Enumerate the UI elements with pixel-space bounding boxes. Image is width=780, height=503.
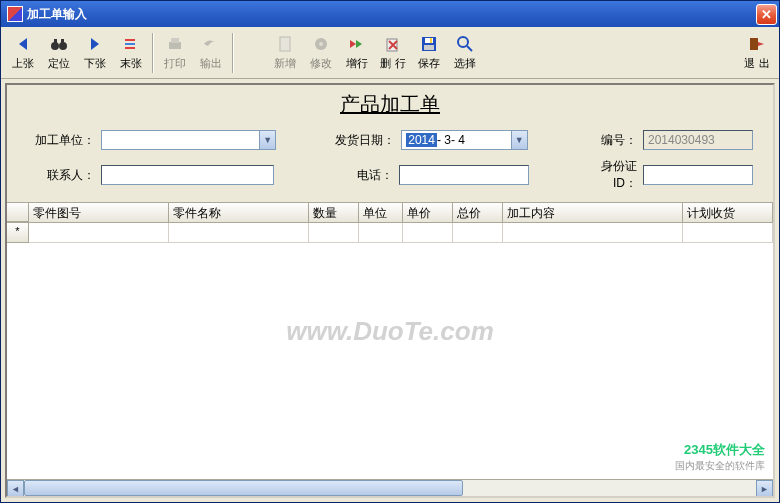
ship-date-label: 发货日期： bbox=[327, 132, 395, 149]
arrow-right-icon bbox=[85, 34, 105, 54]
svg-rect-15 bbox=[430, 38, 432, 43]
scroll-track[interactable] bbox=[24, 480, 756, 496]
phone-label: 电话： bbox=[325, 167, 393, 184]
col-header[interactable]: 单位 bbox=[359, 203, 403, 222]
serial-field bbox=[643, 130, 753, 150]
exit-button[interactable]: 退 出 bbox=[739, 31, 775, 75]
svg-point-11 bbox=[319, 42, 323, 46]
new-button: 新增 bbox=[267, 31, 303, 75]
document-icon bbox=[275, 34, 295, 54]
col-header[interactable]: 零件名称 bbox=[169, 203, 309, 222]
col-header[interactable]: 数量 bbox=[309, 203, 359, 222]
export-icon bbox=[201, 34, 221, 54]
svg-rect-6 bbox=[125, 47, 135, 49]
col-header[interactable]: 单价 bbox=[403, 203, 453, 222]
add-row-button[interactable]: 增行 bbox=[339, 31, 375, 75]
window-title: 加工单输入 bbox=[27, 6, 756, 23]
col-header[interactable]: 总价 bbox=[453, 203, 503, 222]
unit-combo[interactable]: ▼ bbox=[101, 130, 276, 150]
col-header[interactable]: 加工内容 bbox=[503, 203, 683, 222]
data-grid[interactable]: 零件图号 零件名称 数量 单位 单价 总价 加工内容 计划收货 * bbox=[7, 203, 773, 496]
grid-corner bbox=[7, 203, 29, 222]
edit-button: 修改 bbox=[303, 31, 339, 75]
add-row-icon bbox=[347, 34, 367, 54]
svg-line-18 bbox=[467, 46, 472, 51]
close-button[interactable]: ✕ bbox=[756, 4, 777, 25]
arrow-left-icon bbox=[13, 34, 33, 54]
chevron-down-icon: ▼ bbox=[511, 131, 527, 149]
svg-rect-3 bbox=[61, 39, 64, 44]
svg-point-17 bbox=[458, 37, 468, 47]
print-button: 打印 bbox=[157, 31, 193, 75]
toolbar-separator bbox=[232, 33, 234, 73]
form-title: 产品加工单 bbox=[7, 85, 773, 126]
exit-icon bbox=[747, 34, 767, 54]
select-button[interactable]: 选择 bbox=[447, 31, 483, 75]
scroll-left-button[interactable]: ◄ bbox=[7, 480, 24, 496]
lines-icon bbox=[121, 34, 141, 54]
locate-button[interactable]: 定位 bbox=[41, 31, 77, 75]
delete-row-icon bbox=[383, 34, 403, 54]
binoculars-icon bbox=[49, 34, 69, 54]
unit-label: 加工单位： bbox=[27, 132, 95, 149]
scroll-right-button[interactable]: ► bbox=[756, 480, 773, 496]
app-icon bbox=[7, 6, 23, 22]
row-marker: * bbox=[7, 223, 29, 243]
col-header[interactable]: 计划收货 bbox=[683, 203, 773, 222]
toolbar: 上张 定位 下张 末张 打印 输出 新增 修改 bbox=[1, 27, 779, 79]
chevron-down-icon: ▼ bbox=[259, 131, 275, 149]
grid-new-row[interactable]: * bbox=[7, 223, 773, 243]
svg-rect-7 bbox=[169, 42, 181, 49]
idcard-label: 身份证ID： bbox=[589, 158, 637, 192]
svg-rect-2 bbox=[54, 39, 57, 44]
last-button[interactable]: 末张 bbox=[113, 31, 149, 75]
horizontal-scrollbar[interactable]: ◄ ► bbox=[7, 479, 773, 496]
serial-label: 编号： bbox=[588, 132, 637, 149]
export-button: 输出 bbox=[193, 31, 229, 75]
contact-label: 联系人： bbox=[27, 167, 95, 184]
phone-field[interactable] bbox=[399, 165, 529, 185]
svg-rect-5 bbox=[125, 43, 135, 45]
col-header[interactable]: 零件图号 bbox=[29, 203, 169, 222]
toolbar-separator bbox=[152, 33, 154, 73]
contact-field[interactable] bbox=[101, 165, 275, 185]
svg-rect-4 bbox=[125, 39, 135, 41]
svg-rect-16 bbox=[424, 45, 434, 50]
ship-date-picker[interactable]: 2014- 3- 4 ▼ bbox=[401, 130, 528, 150]
del-row-button[interactable]: 删 行 bbox=[375, 31, 411, 75]
idcard-field[interactable] bbox=[643, 165, 753, 185]
svg-rect-19 bbox=[750, 38, 758, 50]
prev-button[interactable]: 上张 bbox=[5, 31, 41, 75]
watermark: www.DuoTe.com bbox=[286, 315, 494, 346]
svg-rect-8 bbox=[171, 38, 179, 43]
next-button[interactable]: 下张 bbox=[77, 31, 113, 75]
search-icon bbox=[455, 34, 475, 54]
save-icon bbox=[419, 34, 439, 54]
svg-rect-9 bbox=[280, 37, 290, 51]
printer-icon bbox=[165, 34, 185, 54]
grid-header: 零件图号 零件名称 数量 单位 单价 总价 加工内容 计划收货 bbox=[7, 203, 773, 223]
scroll-thumb[interactable] bbox=[24, 480, 463, 496]
gear-icon bbox=[311, 34, 331, 54]
save-button[interactable]: 保存 bbox=[411, 31, 447, 75]
grid-body[interactable]: * www.DuoTe.com 2345软件大全 国内最安全的软件库 bbox=[7, 223, 773, 479]
brand-watermark: 2345软件大全 国内最安全的软件库 bbox=[675, 441, 765, 473]
